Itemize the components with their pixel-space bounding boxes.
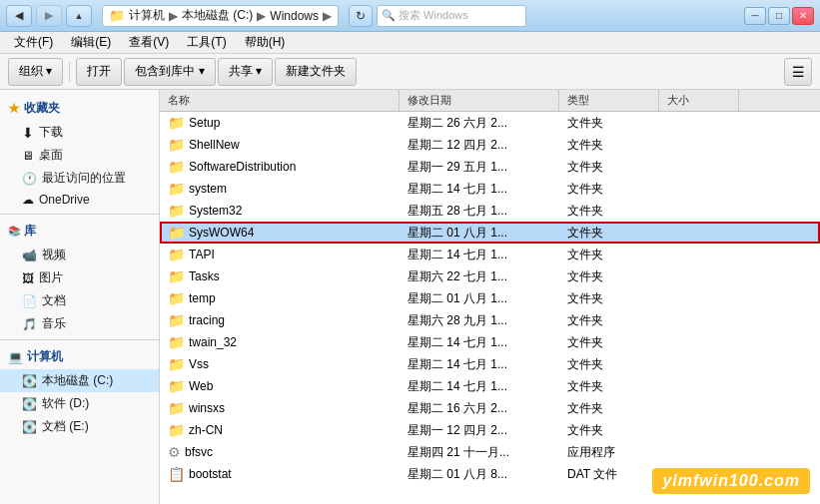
breadcrumb-computer[interactable]: 计算机 (129, 7, 165, 24)
minimize-button[interactable]: ─ (744, 7, 766, 25)
menu-edit[interactable]: 编辑(E) (63, 32, 119, 53)
sidebar-computer-title[interactable]: 💻 计算机 (0, 344, 159, 369)
table-row[interactable]: 📋 bootstat 星期二 01 八月 8... DAT 文件 (160, 463, 820, 485)
sidebar-item-onedrive[interactable]: ☁ OneDrive (0, 190, 159, 210)
sidebar-documents-label: 文档 (42, 292, 66, 309)
folder-icon: 📁 (168, 181, 185, 197)
file-name: Vss (189, 357, 209, 371)
table-row[interactable]: 📁 winsxs 星期二 16 六月 2... 文件夹 (160, 397, 820, 419)
sidebar-item-desktop[interactable]: 🖥 桌面 (0, 144, 159, 167)
file-area: 名称 修改日期 类型 大小 📁 Setup 星期二 26 六月 2... 文件夹… (160, 90, 820, 504)
sidebar-music-label: 音乐 (42, 315, 66, 332)
new-folder-button[interactable]: 新建文件夹 (275, 58, 357, 86)
include-library-button[interactable]: 包含到库中 ▾ (124, 58, 215, 86)
close-button[interactable]: ✕ (792, 7, 814, 25)
folder-icon: 📁 (168, 400, 185, 416)
cell-type: DAT 文件 (559, 463, 659, 485)
sidebar-item-video[interactable]: 📹 视频 (0, 244, 159, 266)
table-row[interactable]: 📁 zh-CN 星期一 12 四月 2... 文件夹 (160, 419, 820, 441)
breadcrumb[interactable]: 📁 计算机 ▶ 本地磁盘 (C:) ▶ Windows ▶ (102, 5, 339, 27)
forward-button[interactable]: ▶ (36, 5, 62, 27)
back-button[interactable]: ◀ (6, 5, 32, 27)
sidebar-item-documents[interactable]: 📄 文档 (0, 289, 159, 312)
breadcrumb-folder[interactable]: Windows (270, 9, 319, 23)
sidebar-item-recent[interactable]: 🕐 最近访问的位置 (0, 167, 159, 190)
sidebar-library-title[interactable]: 📚 库 (0, 219, 159, 244)
cell-size (659, 353, 739, 375)
table-row[interactable]: 📁 SysWOW64 星期二 01 八月 1... 文件夹 (160, 222, 820, 244)
organize-button[interactable]: 组织 ▾ (8, 58, 63, 86)
sidebar-item-pictures[interactable]: 🖼 图片 (0, 266, 159, 289)
cell-size (659, 178, 739, 200)
refresh-button[interactable]: ↻ (349, 5, 373, 27)
toolbar: 组织 ▾ 打开 包含到库中 ▾ 共享 ▾ 新建文件夹 ☰ (0, 54, 820, 90)
cell-type: 文件夹 (559, 200, 659, 222)
cell-size (659, 265, 739, 287)
sidebar-item-e-drive[interactable]: 💽 文档 (E:) (0, 415, 159, 438)
search-box[interactable]: 🔍 搜索 Windows (377, 5, 526, 27)
main-layout: ★ 收藏夹 ⬇ 下载 🖥 桌面 🕐 最近访问的位置 ☁ OneDrive 📚 库… (0, 90, 820, 504)
cell-date: 星期二 16 六月 2... (400, 397, 559, 419)
sidebar-item-d-drive[interactable]: 💽 软件 (D:) (0, 392, 159, 415)
cell-date: 星期二 01 八月 1... (400, 222, 559, 244)
table-row[interactable]: 📁 system 星期二 14 七月 1... 文件夹 (160, 178, 820, 200)
sidebar-item-music[interactable]: 🎵 音乐 (0, 312, 159, 335)
sidebar-favorites-title[interactable]: ★ 收藏夹 (0, 96, 159, 121)
cell-name: 📁 Web (160, 375, 400, 397)
view-toggle-button[interactable]: ☰ (784, 58, 812, 86)
table-row[interactable]: 📁 temp 星期二 01 八月 1... 文件夹 (160, 287, 820, 309)
open-button[interactable]: 打开 (76, 58, 122, 86)
cell-date: 星期二 14 七月 1... (400, 375, 559, 397)
c-drive-icon: 💽 (22, 374, 37, 388)
maximize-button[interactable]: □ (768, 7, 790, 25)
sidebar-d-drive-label: 软件 (D:) (42, 395, 89, 412)
cell-type: 文件夹 (559, 419, 659, 441)
table-row[interactable]: 📁 TAPI 星期二 14 七月 1... 文件夹 (160, 244, 820, 265)
sidebar-item-download[interactable]: ⬇ 下载 (0, 121, 159, 144)
cell-type: 文件夹 (559, 397, 659, 419)
breadcrumb-drive[interactable]: 本地磁盘 (C:) (182, 7, 253, 24)
cell-size (659, 287, 739, 309)
menu-view[interactable]: 查看(V) (121, 32, 177, 53)
table-row[interactable]: 📁 Setup 星期二 26 六月 2... 文件夹 (160, 112, 820, 134)
sidebar-c-drive-label: 本地磁盘 (C:) (42, 372, 113, 389)
file-header: 名称 修改日期 类型 大小 (160, 90, 820, 112)
cell-date: 星期六 22 七月 1... (400, 265, 559, 287)
menu-file[interactable]: 文件(F) (6, 32, 61, 53)
header-type[interactable]: 类型 (559, 90, 659, 111)
cell-type: 文件夹 (559, 178, 659, 200)
file-list[interactable]: 📁 Setup 星期二 26 六月 2... 文件夹 📁 ShellNew 星期… (160, 112, 820, 504)
folder-icon: 📁 (168, 268, 185, 284)
up-button[interactable]: ▲ (66, 5, 92, 27)
table-row[interactable]: 📁 SoftwareDistribution 星期一 29 五月 1... 文件… (160, 156, 820, 178)
table-row[interactable]: 📁 ShellNew 星期二 12 四月 2... 文件夹 (160, 134, 820, 156)
header-date[interactable]: 修改日期 (400, 90, 559, 111)
cell-name: 📁 SoftwareDistribution (160, 156, 400, 178)
table-row[interactable]: 📁 Web 星期二 14 七月 1... 文件夹 (160, 375, 820, 397)
folder-icon: 📁 (168, 159, 185, 175)
table-row[interactable]: 📁 tracing 星期六 28 九月 1... 文件夹 (160, 309, 820, 331)
file-name: bootstat (189, 467, 232, 481)
cell-name: 📁 temp (160, 287, 400, 309)
table-row[interactable]: 📁 twain_32 星期二 14 七月 1... 文件夹 (160, 331, 820, 353)
sidebar-item-c-drive[interactable]: 💽 本地磁盘 (C:) (0, 369, 159, 392)
favorites-label: 收藏夹 (24, 100, 60, 117)
file-name: TAPI (189, 248, 215, 261)
cell-size (659, 134, 739, 156)
header-name[interactable]: 名称 (160, 90, 400, 111)
table-row[interactable]: 📁 Tasks 星期六 22 七月 1... 文件夹 (160, 265, 820, 287)
library-label: 库 (24, 223, 36, 240)
table-row[interactable]: ⚙ bfsvc 星期四 21 十一月... 应用程序 (160, 441, 820, 463)
table-row[interactable]: 📁 Vss 星期二 14 七月 1... 文件夹 (160, 353, 820, 375)
share-button[interactable]: 共享 ▾ (218, 58, 273, 86)
cell-size (659, 112, 739, 134)
cell-date: 星期一 12 四月 2... (400, 419, 559, 441)
menu-help[interactable]: 帮助(H) (237, 32, 294, 53)
cell-date: 星期二 01 八月 8... (400, 463, 559, 485)
cell-name: 📁 ShellNew (160, 134, 400, 156)
table-row[interactable]: 📁 System32 星期五 28 七月 1... 文件夹 (160, 200, 820, 222)
header-size[interactable]: 大小 (659, 90, 739, 111)
menu-tools[interactable]: 工具(T) (179, 32, 234, 53)
cell-date: 星期二 14 七月 1... (400, 353, 559, 375)
sidebar-desktop-label: 桌面 (39, 147, 63, 164)
